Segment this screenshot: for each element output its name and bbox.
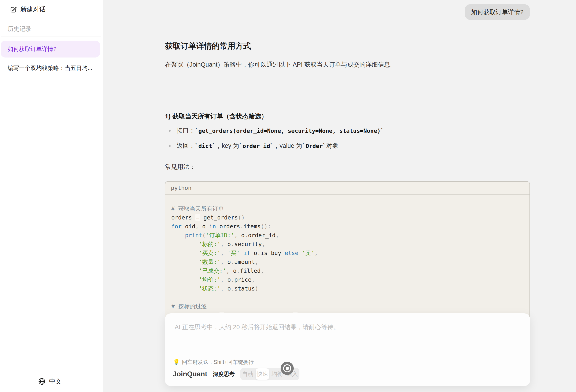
code-content: # 获取当天所有订单orders = get_orders()for oid, …: [165, 195, 529, 320]
code-language-label: python: [165, 182, 529, 195]
section-1-heading: 1) 获取当天所有订单（含状态筛选）: [165, 112, 267, 121]
content-divider: [165, 89, 530, 89]
language-switcher[interactable]: 中文: [38, 377, 62, 386]
bullet-return-code: `Order`: [302, 143, 326, 149]
history-item-active[interactable]: 如何获取订单详情?: [1, 41, 100, 57]
bullet-return-code: `order_id`: [239, 143, 274, 149]
brand-label: JoinQuant: [173, 370, 207, 378]
history-section-label: 历史记录: [8, 25, 31, 33]
bullet-return-code: `dict`: [195, 143, 216, 149]
bullet-api-text: 接口：: [176, 126, 195, 135]
bulb-icon: 💡: [173, 359, 180, 365]
bullet-api: 接口：`get_orders(order_id=None, security=N…: [165, 127, 530, 135]
bullet-return-text: ，value 为: [273, 142, 302, 150]
composer-hint-text: 回车键发送，Shift+回车键换行: [182, 359, 254, 365]
language-label: 中文: [49, 377, 62, 386]
bullet-return-text: 对象: [326, 142, 338, 150]
composer-panel: AI 正在思考中，大约 20 秒后将开始返回结果，请耐心等待。 💡 回车键发送，…: [165, 313, 530, 386]
stop-generating-button[interactable]: [281, 362, 294, 375]
code-block: python # 获取当天所有订单orders = get_orders()fo…: [165, 181, 530, 329]
user-message-bubble: 如何获取订单详情?: [465, 4, 530, 20]
input-placeholder: AI 正在思考中，大约 20 秒后将开始返回结果，请耐心等待。: [175, 323, 517, 332]
composer-hint: 💡 回车键发送，Shift+回车键换行: [173, 359, 254, 365]
compose-icon: [10, 6, 17, 13]
bullet-api-code: `get_orders(order_id=None, security=None…: [195, 128, 384, 134]
bullet-dot: [169, 130, 171, 132]
history-item[interactable]: 编写一个双均线策略：当五日均...: [1, 60, 100, 77]
new-chat-button[interactable]: 新建对话: [10, 5, 46, 14]
sidebar: 新建对话 历史记录 如何获取订单详情? 编写一个双均线策略：当五日均... 中文: [0, 0, 103, 392]
chat-main: 如何获取订单详情? 获取订单详情的常用方式 在聚宽（JoinQuant）策略中，…: [103, 0, 576, 392]
answer-title: 获取订单详情的常用方式: [165, 41, 251, 51]
bullet-return-text: 返回：: [176, 142, 195, 150]
usage-label: 常见用法：: [165, 163, 196, 171]
new-chat-label: 新建对话: [20, 5, 46, 14]
bullet-return: 返回：`dict`，key 为 `order_id`，value 为 `Orde…: [165, 142, 530, 150]
answer-intro: 在聚宽（JoinQuant）策略中，你可以通过以下 API 获取当天订单与成交的…: [165, 60, 396, 69]
mode-option-fast[interactable]: 快速: [256, 368, 269, 380]
mode-option-auto[interactable]: 自动: [241, 368, 254, 380]
bullet-return-text: ，key 为: [216, 142, 239, 150]
deep-think-label: 深度思考: [213, 370, 235, 378]
bullet-dot: [169, 145, 171, 147]
message-input[interactable]: AI 正在思考中，大约 20 秒后将开始返回结果，请耐心等待。: [175, 323, 517, 348]
globe-icon: [38, 378, 46, 385]
composer-toolbar: JoinQuant 深度思考 自动 快速 均衡 深入: [173, 367, 299, 381]
